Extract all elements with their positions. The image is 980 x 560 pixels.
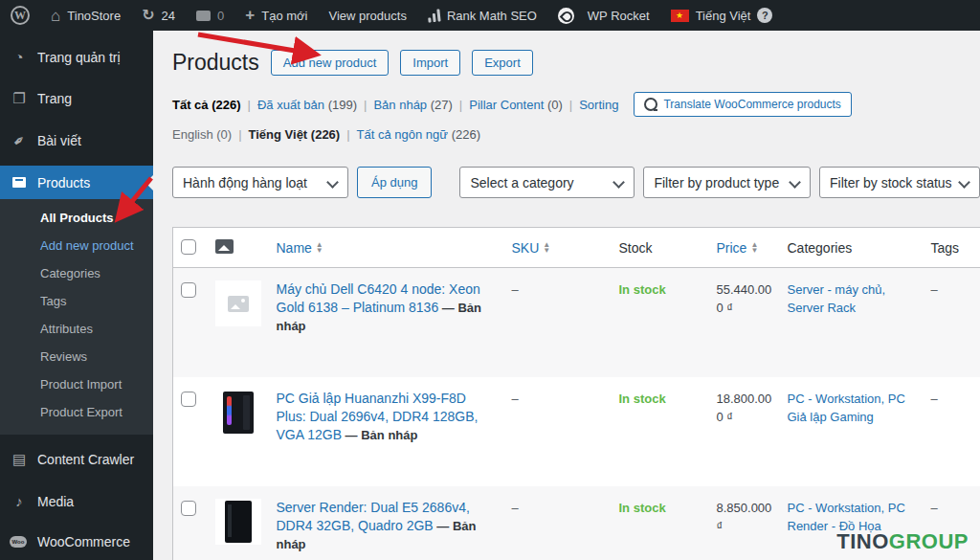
updates-link[interactable]: ↻ 24 [131, 0, 186, 31]
category-links[interactable]: Server - máy chủ, Server Rack [788, 282, 886, 315]
updates-icon: ↻ [142, 8, 154, 23]
filter-english-link[interactable]: English (0) [172, 127, 232, 142]
sidebar-item-posts[interactable]: ✒ Bài viết [0, 123, 153, 158]
filter-published-link[interactable]: Đã xuất bản (199) [257, 98, 357, 112]
sidebar-item-pages[interactable]: ❐ Trang [0, 81, 153, 116]
bulk-actions-select[interactable]: Hành động hàng loạt [172, 167, 348, 198]
export-button[interactable]: Export [472, 50, 533, 76]
home-icon: ⌂ [51, 8, 60, 24]
product-row: PC Giả lập Huananzhi X99-F8D Plus: Dual … [173, 377, 980, 486]
pushpin-icon: ✒ [7, 128, 33, 154]
comments-link[interactable]: 0 [186, 0, 234, 31]
row-checkbox[interactable] [181, 282, 196, 298]
filter-all-link[interactable]: Tất cả (226) [172, 98, 241, 112]
translate-icon [644, 98, 657, 111]
sidebar-item-content-crawler[interactable]: ▤ Content Crawler [0, 442, 153, 477]
submenu-add-new-product[interactable]: Add new product [0, 232, 153, 259]
products-submenu: All Products Add new product Categories … [0, 199, 153, 435]
submenu-tags[interactable]: Tags [0, 287, 153, 315]
pc-case-image [223, 392, 254, 434]
filter-sorting-link[interactable]: Sorting [579, 98, 618, 112]
select-all-checkbox[interactable] [181, 239, 196, 255]
tags-value: – [931, 501, 938, 515]
price-value: 8.850.000 ₫ [709, 486, 780, 560]
rank-math-icon [427, 9, 440, 22]
translate-label: Translate WooCommerce products [663, 98, 840, 111]
sidebar-item-woocommerce[interactable]: Woo WooCommerce [0, 526, 153, 558]
sidebar-item-products[interactable]: Products [0, 166, 153, 199]
new-content-label: Tạo mới [261, 9, 307, 23]
filter-draft-link[interactable]: Bản nháp (27) [373, 98, 452, 112]
submenu-reviews[interactable]: Reviews [0, 343, 153, 370]
sidebar-item-label: Media [37, 494, 74, 509]
translate-woocommerce-button[interactable]: Translate WooCommerce products [634, 92, 851, 117]
view-products-link[interactable]: View products [318, 0, 416, 31]
dashboard-icon: ◔ [10, 49, 29, 65]
admin-sidebar: ◔ Trang quản trị ❐ Trang ✒ Bài viết Prod… [0, 31, 153, 560]
sort-by-name[interactable]: Name▲▼ [277, 240, 323, 256]
import-button[interactable]: Import [400, 50, 460, 76]
wp-rocket-icon [558, 8, 574, 24]
filter-pillar-content-link[interactable]: Pillar Content (0) [469, 98, 563, 112]
product-type-filter-select[interactable]: Filter by product type [643, 167, 811, 198]
submenu-attributes[interactable]: Attributes [0, 315, 153, 343]
sidebar-item-label: Products [37, 175, 90, 190]
submenu-categories[interactable]: Categories [0, 259, 153, 287]
view-products-label: View products [328, 9, 406, 23]
table-header-row: Name▲▼ SKU▲▼ Stock Price▲▼ Categories Ta… [173, 228, 980, 268]
tags-column-header: Tags [924, 228, 980, 268]
submenu-product-export[interactable]: Product Export [0, 398, 153, 426]
sidebar-item-dashboard[interactable]: ◔ Trang quản trị [0, 40, 153, 74]
wp-rocket-menu[interactable]: WP Rocket [547, 0, 660, 31]
site-link[interactable]: ⌂ TinoStore [40, 0, 131, 31]
product-thumbnail[interactable] [215, 499, 261, 545]
rank-math-label: Rank Math SEO [447, 9, 537, 23]
server-case-image [225, 501, 252, 543]
language-switcher[interactable]: ★ Tiếng Việt ? [660, 0, 784, 31]
sidebar-item-label: Bài viết [37, 133, 81, 148]
stock-status-filter-select[interactable]: Filter by stock status [819, 167, 980, 198]
price-value: 55.440.000 ₫ [709, 268, 780, 377]
main-content: Products Add new product Import Export T… [153, 31, 980, 560]
sort-by-price[interactable]: Price▲▼ [717, 240, 759, 256]
product-thumbnail-placeholder[interactable] [215, 280, 261, 326]
apply-button[interactable]: Áp dụng [357, 167, 432, 198]
status-filter-links: Tất cả (226) | Đã xuất bản (199) | Bản n… [172, 92, 980, 117]
stock-column-header: Stock [612, 228, 709, 268]
sidebar-item-label: Content Crawler [37, 452, 134, 467]
watermark-green-text: GROUP [889, 529, 969, 554]
filter-all-languages-link[interactable]: Tất cả ngôn ngữ (226) [357, 127, 480, 142]
pages-icon: ❐ [10, 90, 29, 107]
wordpress-logo-icon: W [11, 6, 30, 25]
category-filter-select[interactable]: Select a category [459, 167, 635, 198]
tinogroup-watermark: TINO GROUP [836, 529, 969, 554]
sort-by-sku[interactable]: SKU▲▼ [512, 240, 551, 256]
vietnam-flag-icon: ★ [671, 10, 689, 22]
sku-value: – [512, 501, 519, 515]
row-checkbox[interactable] [181, 392, 196, 407]
filter-vietnamese-link[interactable]: Tiếng Việt (226) [249, 127, 341, 142]
sidebar-item-label: Trang [37, 91, 72, 106]
admin-toolbar: W ⌂ TinoStore ↻ 24 0 + Tạo mới View prod… [0, 0, 980, 31]
new-content-menu[interactable]: + Tạo mới [234, 0, 318, 31]
updates-count: 24 [162, 9, 175, 23]
media-icon: ♪ [10, 493, 29, 509]
wordpress-menu[interactable]: W [0, 0, 40, 31]
language-filter-links: English (0) | Tiếng Việt (226) | Tất cả … [172, 127, 980, 142]
site-name: TinoStore [67, 9, 121, 23]
products-box-icon [10, 174, 29, 190]
stock-status: In stock [619, 282, 666, 297]
add-new-product-button[interactable]: Add new product [271, 50, 390, 76]
category-links[interactable]: PC - Workstation, PC Render - Đồ Họa [788, 501, 905, 533]
wp-rocket-label: WP Rocket [588, 9, 650, 23]
tags-value: – [931, 282, 938, 297]
sidebar-item-media[interactable]: ♪ Media [0, 484, 153, 518]
rank-math-menu[interactable]: Rank Math SEO [417, 0, 547, 31]
product-thumbnail[interactable] [215, 390, 261, 436]
category-links[interactable]: PC - Workstation, PC Giả lập Gaming [788, 392, 905, 424]
submenu-all-products[interactable]: All Products [0, 204, 153, 232]
help-icon[interactable]: ? [757, 8, 772, 23]
submenu-product-import[interactable]: Product Import [0, 370, 153, 398]
sku-value: – [512, 392, 519, 406]
row-checkbox[interactable] [181, 501, 196, 516]
